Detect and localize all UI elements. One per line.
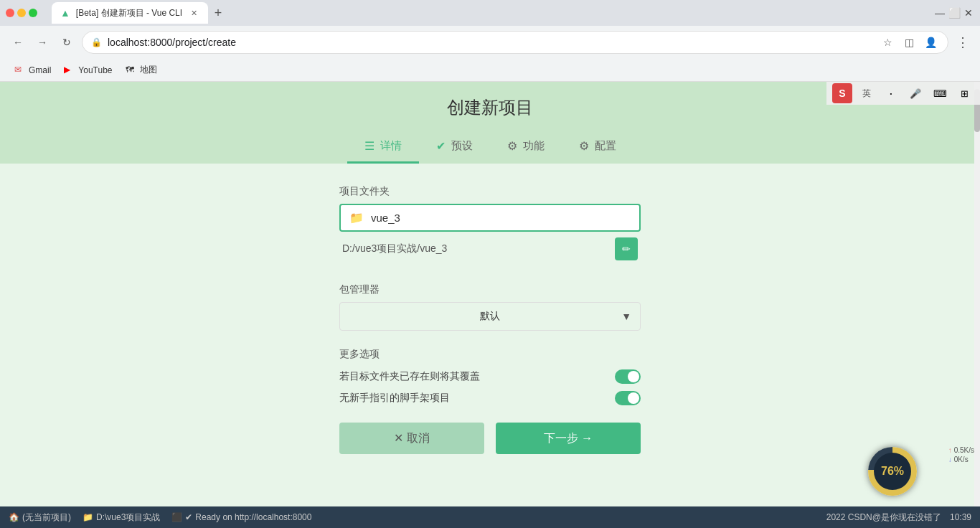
status-ready-text: Ready on http://localhost:8000 [195, 512, 311, 522]
forward-button[interactable]: → [33, 33, 52, 52]
option-row-1: 若目标文件夹已存在则将其覆盖 [339, 369, 641, 384]
config-icon: ⚙ [579, 139, 589, 153]
bookmark-star-icon[interactable]: ☆ [879, 34, 896, 51]
tab-preset-label: 预设 [451, 139, 473, 153]
tab-title: [Beta] 创建新项目 - Vue CLI [76, 7, 182, 19]
download-speed: ↓ 0K/s [948, 456, 974, 463]
folder-input[interactable] [371, 212, 631, 224]
window-close-button[interactable]: ✕ [963, 7, 974, 19]
more-options-title: 更多选项 [339, 348, 641, 361]
extensions-icon[interactable]: ◫ [900, 34, 918, 51]
im-keyboard-icon[interactable]: ⌨ [930, 83, 950, 103]
next-button[interactable]: 下一步 → [496, 423, 641, 454]
address-right-icons: ☆ ◫ 👤 [879, 34, 939, 51]
folder-input-wrap: 📁 [339, 204, 641, 232]
features-icon: ⚙ [507, 139, 517, 153]
tab-config[interactable]: ⚙ 配置 [562, 131, 633, 164]
tab-details[interactable]: ☰ 详情 [347, 131, 419, 164]
performance-percent: 76% [874, 453, 911, 490]
upload-speed: ↑ 0.5K/s [948, 446, 974, 454]
bookmarks-bar: ✉ Gmail ▶ YouTube 🗺 地图 [0, 59, 980, 82]
option-row-2: 无新手指引的脚手架项目 [339, 391, 641, 405]
status-project-text: (无当前项目) [22, 512, 71, 524]
refresh-button[interactable]: ↻ [57, 33, 76, 52]
option1-label: 若目标文件夹已存在则将其覆盖 [339, 370, 480, 383]
input-method-bar: S 英 • 🎤 ⌨ ⊞ [826, 82, 980, 105]
sogou-icon[interactable]: S [832, 83, 852, 103]
status-bar: 🏠 (无当前项目) 📁 D:\vue3项目实战 ⬛ ✔ Ready on htt… [0, 506, 980, 528]
back-button[interactable]: ← [9, 33, 27, 52]
package-manager-label: 包管理器 [339, 283, 641, 296]
option2-label: 无新手指引的脚手架项目 [339, 392, 450, 405]
active-tab[interactable]: ▲ [Beta] 创建新项目 - Vue CLI ✕ [52, 2, 208, 24]
folder-section: 项目文件夹 📁 D:/vue3项目实战/vue_3 ✏ [339, 185, 641, 266]
bookmark-maps[interactable]: 🗺 地图 [120, 61, 163, 79]
menu-button[interactable]: ⋮ [954, 34, 971, 51]
url-text: localhost:8000/project/create [108, 37, 873, 48]
address-bar: ← → ↻ 🔒 localhost:8000/project/create ☆ … [0, 26, 980, 59]
bookmark-gmail[interactable]: ✉ Gmail [9, 62, 57, 79]
bookmark-youtube-label: YouTube [78, 65, 112, 75]
browser-titlebar: ▲ [Beta] 创建新项目 - Vue CLI ✕ + — ⬜ ✕ [0, 0, 980, 26]
path-text: D:/vue3项目实战/vue_3 [342, 242, 447, 255]
tab-preset[interactable]: ✔ 预设 [419, 131, 490, 164]
option2-toggle[interactable] [615, 391, 641, 405]
gmail-icon: ✉ [14, 65, 26, 76]
tab-bar: ▲ [Beta] 创建新项目 - Vue CLI ✕ + [40, 2, 931, 24]
status-terminal-icon: ✔ [185, 512, 192, 522]
package-manager-section: 包管理器 默认 ▼ [339, 283, 641, 331]
status-terminal: ⬛ ✔ Ready on http://localhost:8000 [171, 512, 311, 522]
form-area: 项目文件夹 📁 D:/vue3项目实战/vue_3 ✏ 包管理器 默认 ▼ 更多… [339, 164, 641, 476]
scrollbar-track[interactable] [974, 82, 980, 506]
status-right: 2022 CSDN@是你现在没错了 10:39 [826, 512, 971, 524]
window-minimize-button[interactable]: — [934, 7, 946, 19]
status-folder: 📁 D:\vue3项目实战 [83, 512, 160, 524]
window-maximize-button[interactable]: ⬜ [948, 7, 960, 19]
tab-config-label: 配置 [595, 139, 616, 153]
address-bar-input[interactable]: 🔒 localhost:8000/project/create ☆ ◫ 👤 [82, 31, 948, 54]
browser-controls [6, 9, 37, 17]
package-manager-select[interactable]: 默认 ▼ [339, 302, 641, 331]
status-folder-text: D:\vue3项目实战 [96, 512, 160, 524]
folder-icon: 📁 [349, 211, 364, 225]
toggle2-knob [628, 392, 639, 404]
status-time: 10:39 [950, 512, 971, 522]
main-content: 创建新项目 ☰ 详情 ✔ 预设 ⚙ 功能 ⚙ 配置 [0, 82, 980, 506]
maps-icon: 🗺 [126, 65, 137, 76]
toggle1-knob [628, 371, 639, 382]
network-speed-widget: ↑ 0.5K/s ↓ 0K/s [948, 446, 974, 463]
im-dot-icon[interactable]: • [881, 83, 901, 103]
tab-details-label: 详情 [380, 139, 402, 153]
select-arrow-icon: ▼ [621, 311, 631, 322]
im-mic-icon[interactable]: 🎤 [905, 83, 925, 103]
performance-widget: 76% [868, 447, 917, 496]
package-manager-select-wrap: 默认 ▼ [339, 302, 641, 331]
status-project: 🏠 (无当前项目) [9, 512, 71, 524]
lock-icon: 🔒 [91, 37, 102, 47]
im-lang-icon[interactable]: 英 [857, 83, 877, 103]
window-controls: — ⬜ ✕ [934, 7, 974, 19]
path-edit-button[interactable]: ✏ [615, 237, 638, 260]
bookmark-gmail-label: Gmail [29, 65, 51, 75]
status-right-text: 2022 CSDN@是你现在没错了 [826, 512, 941, 524]
folder-label: 项目文件夹 [339, 185, 641, 198]
more-options-section: 更多选项 若目标文件夹已存在则将其覆盖 无新手指引的脚手架项目 [339, 348, 641, 405]
bookmark-youtube[interactable]: ▶ YouTube [58, 62, 118, 79]
tab-close-button[interactable]: ✕ [188, 7, 199, 19]
bookmark-maps-label: 地图 [140, 64, 157, 76]
profile-icon[interactable]: 👤 [922, 34, 939, 51]
new-tab-button[interactable]: + [208, 3, 228, 23]
package-manager-value: 默认 [480, 310, 500, 323]
preset-icon: ✔ [436, 139, 446, 153]
youtube-icon: ▶ [64, 65, 75, 76]
cancel-button[interactable]: ✕ 取消 [339, 423, 484, 454]
im-grid-icon[interactable]: ⊞ [954, 83, 974, 103]
path-display: D:/vue3项目实战/vue_3 ✏ [339, 232, 641, 266]
option1-toggle[interactable] [615, 369, 641, 384]
step-tabs: ☰ 详情 ✔ 预设 ⚙ 功能 ⚙ 配置 [0, 131, 980, 164]
details-icon: ☰ [364, 139, 374, 153]
tab-features-label: 功能 [523, 139, 545, 153]
action-buttons: ✕ 取消 下一步 → [339, 423, 641, 454]
tab-features[interactable]: ⚙ 功能 [490, 131, 562, 164]
